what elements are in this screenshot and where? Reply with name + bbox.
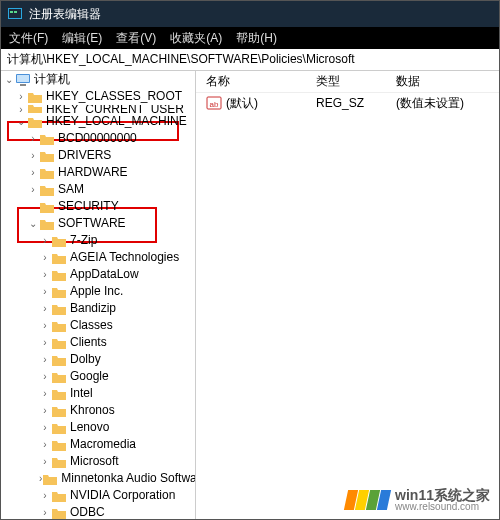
tree-hkcu[interactable]: ›HKEY_CURRENT_USER — [1, 105, 195, 113]
values-pane[interactable]: 名称 类型 数据 ab (默认) REG_SZ (数值未设置) — [196, 71, 499, 519]
folder-icon — [27, 115, 43, 129]
chevron-right-icon[interactable]: › — [27, 130, 39, 147]
tree-item[interactable]: ›Khronos — [1, 402, 195, 419]
watermark: win11系统之家 www.relsound.com — [342, 486, 494, 514]
svg-rect-5 — [17, 75, 29, 82]
tree-root-label: 计算机 — [34, 71, 70, 88]
watermark-url: www.relsound.com — [395, 502, 490, 512]
folder-icon — [51, 506, 67, 520]
tree-item[interactable]: ›Microsoft — [1, 453, 195, 470]
tree-item[interactable]: ›Macromedia — [1, 436, 195, 453]
chevron-right-icon[interactable]: › — [15, 105, 27, 113]
col-type[interactable]: 类型 — [316, 73, 396, 90]
svg-rect-2 — [10, 11, 13, 13]
chevron-right-icon[interactable]: › — [27, 147, 39, 164]
tree-item-label: Clients — [70, 334, 107, 351]
tree-item-label: Macromedia — [70, 436, 136, 453]
tree-item-label: Bandizip — [70, 300, 116, 317]
tree-root[interactable]: ⌄ 计算机 — [1, 71, 195, 88]
tree-bcd[interactable]: ›BCD00000000 — [1, 130, 195, 147]
menubar: 文件(F) 编辑(E) 查看(V) 收藏夹(A) 帮助(H) — [1, 27, 499, 49]
menu-file[interactable]: 文件(F) — [9, 30, 48, 47]
value-row[interactable]: ab (默认) REG_SZ (数值未设置) — [196, 93, 499, 113]
menu-favorites[interactable]: 收藏夹(A) — [170, 30, 222, 47]
folder-icon — [51, 489, 67, 503]
tree-item[interactable]: ›AppDataLow — [1, 266, 195, 283]
tree-item[interactable]: ›Google — [1, 368, 195, 385]
chevron-right-icon[interactable]: › — [27, 164, 39, 181]
chevron-down-icon[interactable]: ⌄ — [27, 215, 39, 232]
tree-item[interactable]: ›Bandizip — [1, 300, 195, 317]
chevron-right-icon[interactable]: › — [39, 419, 51, 436]
tree-item[interactable]: ›Lenovo — [1, 419, 195, 436]
content-area: ⌄ 计算机 ›HKEY_CLASSES_ROOT ›HKEY_CURRENT_U… — [1, 71, 499, 519]
chevron-down-icon[interactable]: ⌄ — [15, 113, 27, 130]
folder-icon — [39, 200, 55, 214]
tree-item-label: 7-Zip — [70, 232, 97, 249]
folder-icon — [51, 438, 67, 452]
tree-security[interactable]: SECURITY — [1, 198, 195, 215]
folder-icon — [27, 105, 43, 113]
chevron-right-icon[interactable]: › — [39, 368, 51, 385]
value-type: REG_SZ — [316, 96, 396, 110]
chevron-right-icon[interactable]: › — [39, 249, 51, 266]
chevron-right-icon[interactable]: › — [39, 300, 51, 317]
chevron-right-icon[interactable]: › — [39, 317, 51, 334]
col-name[interactable]: 名称 — [196, 73, 316, 90]
tree-hardware[interactable]: ›HARDWARE — [1, 164, 195, 181]
tree-item[interactable]: ›7-Zip — [1, 232, 195, 249]
folder-icon — [39, 166, 55, 180]
chevron-right-icon[interactable]: › — [39, 232, 51, 249]
watermark-logo-icon — [346, 490, 389, 510]
tree-item-label: Microsoft — [70, 453, 119, 470]
menu-edit[interactable]: 编辑(E) — [62, 30, 102, 47]
menu-view[interactable]: 查看(V) — [116, 30, 156, 47]
tree-item[interactable]: ›AGEIA Technologies — [1, 249, 195, 266]
svg-text:ab: ab — [210, 100, 219, 109]
col-data[interactable]: 数据 — [396, 73, 499, 90]
tree-drivers[interactable]: ›DRIVERS — [1, 147, 195, 164]
tree-hklm[interactable]: ⌄HKEY_LOCAL_MACHINE — [1, 113, 195, 130]
chevron-right-icon[interactable]: › — [39, 402, 51, 419]
chevron-right-icon[interactable]: › — [39, 351, 51, 368]
tree-software-children: ›7-Zip›AGEIA Technologies›AppDataLow›App… — [1, 232, 195, 519]
string-value-icon: ab — [206, 95, 222, 111]
titlebar[interactable]: 注册表编辑器 — [1, 1, 499, 27]
chevron-right-icon[interactable]: › — [39, 334, 51, 351]
tree-item-label: Classes — [70, 317, 113, 334]
tree-item[interactable]: ›Apple Inc. — [1, 283, 195, 300]
value-data: (数值未设置) — [396, 95, 499, 112]
chevron-right-icon[interactable]: › — [39, 436, 51, 453]
chevron-right-icon[interactable]: › — [27, 181, 39, 198]
chevron-right-icon[interactable]: › — [39, 266, 51, 283]
folder-icon — [51, 302, 67, 316]
tree-pane[interactable]: ⌄ 计算机 ›HKEY_CLASSES_ROOT ›HKEY_CURRENT_U… — [1, 71, 196, 519]
tree-item[interactable]: ›Minnetonka Audio Software — [1, 470, 195, 487]
tree-item[interactable]: ›Intel — [1, 385, 195, 402]
tree-hkcr[interactable]: ›HKEY_CLASSES_ROOT — [1, 88, 195, 105]
chevron-right-icon[interactable]: › — [39, 487, 51, 504]
tree-item[interactable]: ›Classes — [1, 317, 195, 334]
chevron-down-icon[interactable]: ⌄ — [3, 71, 15, 88]
svg-rect-1 — [9, 9, 21, 18]
chevron-right-icon[interactable]: › — [39, 453, 51, 470]
folder-icon — [51, 268, 67, 282]
chevron-right-icon[interactable]: › — [39, 385, 51, 402]
tree-item[interactable]: ›ODBC — [1, 504, 195, 519]
tree-sam[interactable]: ›SAM — [1, 181, 195, 198]
menu-help[interactable]: 帮助(H) — [236, 30, 277, 47]
tree-item-label: Lenovo — [70, 419, 109, 436]
folder-icon — [51, 251, 67, 265]
folder-icon — [51, 285, 67, 299]
chevron-right-icon[interactable]: › — [39, 504, 51, 519]
folder-icon — [51, 455, 67, 469]
chevron-right-icon[interactable]: › — [39, 283, 51, 300]
folder-icon — [51, 421, 67, 435]
chevron-right-icon[interactable]: › — [15, 88, 27, 105]
tree-software[interactable]: ⌄SOFTWARE — [1, 215, 195, 232]
tree-item[interactable]: ›NVIDIA Corporation — [1, 487, 195, 504]
address-bar[interactable]: 计算机\HKEY_LOCAL_MACHINE\SOFTWARE\Policies… — [1, 49, 499, 71]
tree-item[interactable]: ›Clients — [1, 334, 195, 351]
tree-item[interactable]: ›Dolby — [1, 351, 195, 368]
tree-item-label: Apple Inc. — [70, 283, 123, 300]
